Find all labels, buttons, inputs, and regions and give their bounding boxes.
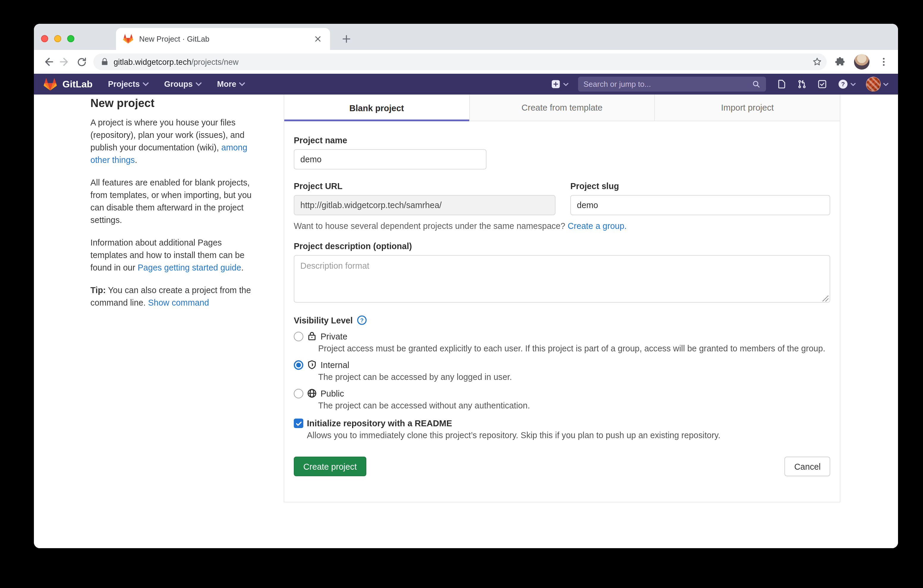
gitlab-brand[interactable]: GitLab: [62, 79, 92, 89]
lock-icon: [307, 331, 317, 341]
project-slug-label: Project slug: [570, 181, 830, 191]
visibility-level-label: Visibility Level: [294, 315, 353, 325]
create-project-button[interactable]: Create project: [294, 457, 366, 476]
readme-option: Initialize repository with a README Allo…: [294, 419, 830, 442]
project-slug-field: Project slug: [570, 181, 830, 215]
bookmark-star-icon[interactable]: [810, 55, 824, 69]
tab-import-project[interactable]: Import project: [654, 95, 840, 121]
project-description-input[interactable]: [294, 255, 830, 302]
gitlab-navbar: GitLab Projects Groups More: [34, 74, 898, 95]
new-project-panel: Blank project Create from template Impor…: [284, 95, 840, 503]
readme-description: Allows you to immediately clone this pro…: [307, 429, 820, 442]
private-label[interactable]: Private: [320, 332, 347, 341]
menu-projects-label: Projects: [108, 80, 140, 89]
menu-more[interactable]: More: [217, 80, 245, 89]
toolbar-right: [831, 54, 892, 70]
browser-toolbar: gitlab.widgetcorp.tech/projects/new: [34, 50, 898, 74]
readme-checkbox[interactable]: [294, 419, 303, 428]
visibility-option-public: Public The project can be accessed witho…: [294, 388, 830, 412]
project-url-label: Project URL: [294, 181, 555, 191]
internal-radio[interactable]: [294, 360, 303, 370]
show-command-link[interactable]: Show command: [148, 298, 209, 307]
browser-menu-icon[interactable]: [875, 54, 892, 70]
browser-tab-strip: New Project · GitLab: [34, 24, 898, 50]
public-description: The project can be accessed without any …: [318, 399, 830, 412]
public-label[interactable]: Public: [320, 389, 344, 398]
screen: New Project · GitLab: [0, 0, 923, 588]
private-description: Project access must be granted explicitl…: [318, 342, 830, 355]
pages-guide-link[interactable]: Pages getting started guide: [138, 263, 241, 272]
visibility-options: Private Project access must be granted e…: [294, 331, 830, 412]
visibility-option-internal: Internal The project can be accessed by …: [294, 360, 830, 383]
private-radio[interactable]: [294, 332, 303, 341]
chevron-down-icon: [851, 82, 856, 86]
search-placeholder: Search or jump to...: [583, 80, 651, 89]
tab-close-icon[interactable]: [313, 34, 323, 44]
globe-icon: [307, 388, 317, 398]
project-slug-input[interactable]: [570, 195, 830, 215]
url-path: /projects/new: [191, 57, 238, 66]
internal-label[interactable]: Internal: [320, 360, 350, 370]
visibility-option-private: Private Project access must be granted e…: [294, 331, 830, 355]
project-description-label: Project description (optional): [294, 241, 830, 251]
new-menu-button[interactable]: [551, 79, 568, 89]
close-window-button[interactable]: [41, 35, 48, 42]
intro-paragraph-3: Information about additional Pages templ…: [90, 237, 258, 274]
form-actions: Create project Cancel: [294, 457, 830, 476]
intro-paragraph-1: A project is where you house your files …: [90, 117, 258, 166]
visibility-level-row: Visibility Level ?: [294, 315, 830, 325]
cancel-button[interactable]: Cancel: [785, 457, 830, 476]
menu-groups-label: Groups: [164, 80, 193, 89]
intro-p1-suffix: .: [135, 155, 137, 165]
project-name-input[interactable]: [294, 149, 486, 169]
issues-icon[interactable]: [777, 79, 787, 89]
intro-p3-suffix: .: [241, 263, 243, 272]
chevron-down-icon: [883, 82, 889, 86]
tab-create-from-template[interactable]: Create from template: [469, 95, 654, 121]
fullscreen-window-button[interactable]: [67, 35, 74, 42]
svg-text:?: ?: [841, 80, 845, 87]
project-url-input[interactable]: [294, 195, 555, 215]
project-type-tabs: Blank project Create from template Impor…: [284, 95, 840, 121]
blank-project-form: Project name Project URL Project slug Wa…: [284, 121, 840, 486]
tip-paragraph: Tip: You can also create a project from …: [90, 284, 258, 309]
gitlab-menu: Projects Groups More: [108, 80, 245, 89]
extensions-puzzle-icon[interactable]: [831, 54, 848, 70]
visibility-help-icon[interactable]: ?: [357, 315, 367, 325]
create-a-group-link[interactable]: Create a group.: [568, 221, 627, 231]
search-icon: [752, 80, 760, 89]
new-tab-button[interactable]: [338, 31, 354, 46]
chevron-down-icon: [563, 82, 568, 86]
page-content: New project A project is where you house…: [34, 95, 898, 548]
menu-projects[interactable]: Projects: [108, 80, 149, 89]
gitlab-favicon-icon: [123, 34, 133, 44]
resize-grip-icon[interactable]: [823, 296, 828, 301]
browser-profile-avatar[interactable]: [854, 54, 869, 69]
gitlab-logo-icon[interactable]: [43, 77, 57, 91]
readme-label[interactable]: Initialize repository with a README: [307, 419, 452, 428]
menu-groups[interactable]: Groups: [164, 80, 202, 89]
public-radio[interactable]: [294, 389, 303, 398]
todos-icon[interactable]: [817, 79, 827, 89]
help-menu[interactable]: ?: [838, 79, 856, 90]
namespace-hint: Want to house several dependent projects…: [294, 221, 830, 231]
chevron-down-icon: [143, 82, 149, 86]
namespace-hint-text: Want to house several dependent projects…: [294, 221, 568, 231]
project-url-field: Project URL: [294, 181, 555, 215]
project-description-field: [294, 255, 830, 305]
intro-paragraph-2: All features are enabled for blank proje…: [90, 177, 258, 227]
user-menu[interactable]: [866, 77, 889, 92]
search-input[interactable]: Search or jump to...: [578, 77, 766, 92]
user-avatar: [866, 77, 881, 92]
tab-blank-project[interactable]: Blank project: [284, 95, 469, 121]
tab-title: New Project · GitLab: [139, 34, 313, 43]
chevron-down-icon: [195, 82, 202, 86]
minimize-window-button[interactable]: [54, 35, 61, 42]
back-icon[interactable]: [40, 54, 56, 70]
tip-label: Tip:: [90, 286, 106, 295]
browser-tab[interactable]: New Project · GitLab: [116, 28, 330, 50]
reload-icon[interactable]: [73, 54, 90, 70]
address-bar[interactable]: gitlab.widgetcorp.tech/projects/new: [94, 54, 827, 70]
merge-requests-icon[interactable]: [797, 79, 807, 89]
forward-icon[interactable]: [56, 54, 73, 70]
